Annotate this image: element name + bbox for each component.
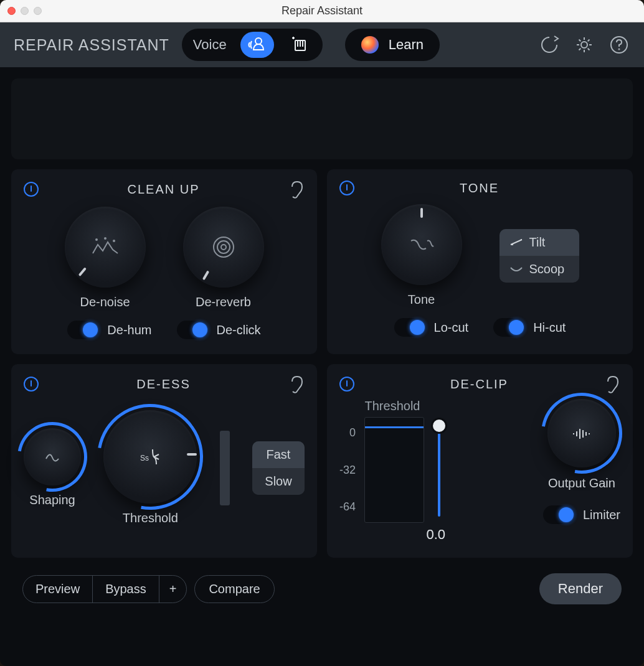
svg-point-8 bbox=[96, 239, 97, 240]
learn-button[interactable]: Learn bbox=[345, 29, 440, 61]
svg-point-12 bbox=[217, 241, 230, 253]
mode-instrument-icon[interactable] bbox=[283, 32, 316, 58]
tilt-label: Tilt bbox=[529, 235, 546, 250]
spectrum-display[interactable] bbox=[11, 78, 633, 159]
learn-orb-icon bbox=[361, 36, 379, 54]
cleanup-title: CLEAN UP bbox=[127, 182, 199, 197]
tone-seg-scoop[interactable]: Scoop bbox=[500, 256, 579, 283]
fast-label: Fast bbox=[267, 448, 291, 462]
deess-listen-icon[interactable] bbox=[288, 375, 305, 393]
history-icon[interactable] bbox=[538, 34, 561, 56]
learn-label: Learn bbox=[389, 37, 424, 53]
preview-group: Preview Bypass + bbox=[22, 575, 187, 603]
declip-threshold-title: Threshold bbox=[365, 399, 420, 413]
tone-power-button[interactable] bbox=[339, 181, 354, 195]
deess-title: DE-ESS bbox=[136, 377, 190, 392]
module-grid: CLEAN UP De-noise bbox=[11, 169, 633, 558]
mode-selector: Voice bbox=[182, 29, 323, 61]
mode-voice-label[interactable]: Voice bbox=[188, 37, 232, 53]
deess-seg-fast[interactable]: Fast bbox=[252, 441, 305, 468]
denoise-label: De-noise bbox=[80, 295, 130, 309]
threshold-slider[interactable] bbox=[433, 423, 445, 517]
render-button[interactable]: Render bbox=[539, 573, 622, 604]
hicut-label: Hi-cut bbox=[533, 321, 566, 335]
dehum-toggle[interactable]: De-hum bbox=[67, 321, 151, 339]
shaping-knob[interactable] bbox=[24, 428, 81, 485]
tone-seg-tilt[interactable]: Tilt bbox=[500, 229, 579, 256]
deess-power-button[interactable] bbox=[24, 377, 39, 392]
plugin-window: Repair Assistant REPAIR ASSISTANT Voice … bbox=[0, 0, 644, 666]
scale-1: -32 bbox=[339, 464, 356, 477]
dereverb-label: De-reverb bbox=[196, 295, 251, 309]
settings-gear-icon[interactable] bbox=[573, 34, 595, 56]
module-cleanup: CLEAN UP De-noise bbox=[11, 169, 317, 354]
threshold-display[interactable] bbox=[364, 417, 424, 523]
cleanup-listen-icon[interactable] bbox=[288, 181, 305, 198]
tone-mode-segment: Tilt Scoop bbox=[500, 229, 579, 283]
main-content: CLEAN UP De-noise bbox=[0, 67, 644, 666]
minimize-window-button[interactable] bbox=[21, 7, 29, 15]
bypass-button[interactable]: Bypass bbox=[93, 576, 159, 603]
svg-point-7 bbox=[619, 49, 620, 50]
close-window-button[interactable] bbox=[7, 7, 16, 15]
declip-title: DE-CLIP bbox=[450, 377, 508, 392]
svg-point-13 bbox=[214, 237, 234, 257]
declick-label: De-click bbox=[217, 323, 261, 337]
limiter-label: Limiter bbox=[583, 508, 620, 522]
slow-label: Slow bbox=[265, 474, 291, 489]
output-gain-label: Output Gain bbox=[548, 476, 615, 490]
svg-point-5 bbox=[581, 42, 587, 48]
scoop-icon bbox=[509, 264, 523, 274]
threshold-value: 0.0 bbox=[426, 527, 445, 543]
svg-text:Ss: Ss bbox=[140, 454, 149, 462]
declick-toggle[interactable]: De-click bbox=[177, 321, 261, 339]
svg-point-9 bbox=[105, 238, 106, 239]
window-titlebar: Repair Assistant bbox=[0, 0, 644, 22]
plugin-header: REPAIR ASSISTANT Voice Learn bbox=[0, 22, 644, 67]
tone-title: TONE bbox=[460, 181, 499, 195]
deess-threshold-knob[interactable]: Ss bbox=[103, 410, 197, 504]
svg-point-11 bbox=[221, 245, 226, 250]
module-deess: DE-ESS Shaping Ss bbox=[11, 364, 317, 558]
compare-button[interactable]: Compare bbox=[194, 575, 274, 603]
deess-meter bbox=[220, 431, 230, 505]
dereverb-knob[interactable] bbox=[183, 207, 264, 288]
window-title: Repair Assistant bbox=[282, 4, 362, 17]
zoom-window-button[interactable] bbox=[34, 7, 42, 15]
help-icon[interactable] bbox=[608, 34, 630, 56]
add-preset-button[interactable]: + bbox=[159, 576, 187, 603]
threshold-scale: 0 -32 -64 bbox=[339, 426, 356, 514]
cleanup-power-button[interactable] bbox=[24, 182, 39, 197]
tilt-icon bbox=[509, 237, 523, 247]
dehum-label: De-hum bbox=[107, 323, 151, 337]
module-declip: DE-CLIP Threshold 0 -32 -64 bbox=[327, 364, 633, 558]
deess-seg-slow[interactable]: Slow bbox=[252, 468, 305, 495]
output-gain-knob[interactable] bbox=[547, 399, 616, 467]
app-title: REPAIR ASSISTANT bbox=[14, 36, 169, 54]
declip-power-button[interactable] bbox=[339, 377, 354, 392]
locut-toggle[interactable]: Lo-cut bbox=[394, 318, 469, 337]
traffic-lights bbox=[7, 7, 42, 15]
scale-2: -64 bbox=[339, 500, 356, 514]
denoise-knob[interactable] bbox=[65, 207, 146, 288]
footer-bar: Preview Bypass + Compare Render bbox=[11, 568, 633, 610]
preview-button[interactable]: Preview bbox=[23, 576, 93, 603]
locut-label: Lo-cut bbox=[434, 321, 469, 335]
limiter-toggle[interactable]: Limiter bbox=[543, 505, 620, 524]
deess-threshold-label: Threshold bbox=[123, 511, 178, 525]
mode-voice-icon[interactable] bbox=[240, 32, 274, 58]
tone-knob[interactable] bbox=[381, 204, 462, 285]
deess-speed-segment: Fast Slow bbox=[252, 441, 305, 495]
hicut-toggle[interactable]: Hi-cut bbox=[493, 318, 566, 337]
module-tone: TONE Tone Tilt bbox=[327, 169, 633, 354]
svg-point-0 bbox=[255, 38, 262, 44]
tone-knob-label: Tone bbox=[408, 293, 435, 307]
shaping-label: Shaping bbox=[29, 493, 75, 507]
svg-point-10 bbox=[113, 240, 115, 242]
threshold-line bbox=[365, 426, 424, 428]
scale-0: 0 bbox=[339, 426, 356, 439]
scoop-label: Scoop bbox=[529, 262, 565, 276]
declip-listen-icon[interactable] bbox=[604, 375, 620, 393]
